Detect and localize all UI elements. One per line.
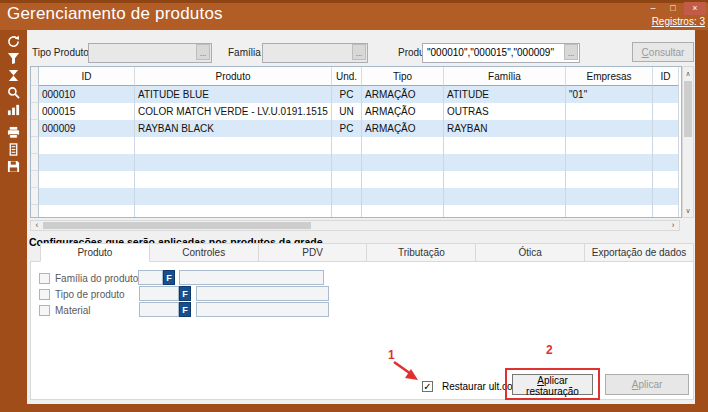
produto-field-wrap: ... xyxy=(422,42,580,62)
cell-familia[interactable]: ATITUDE xyxy=(444,86,566,103)
scroll-left-icon[interactable]: ‹ xyxy=(31,221,43,230)
material-label: Material xyxy=(55,305,91,316)
col-header-produto[interactable]: Produto xyxy=(135,67,332,86)
tipo-de-produto-checkbox[interactable] xyxy=(39,289,50,300)
cell-familia[interactable]: RAYBAN xyxy=(444,120,566,137)
tab-controles[interactable]: Controles xyxy=(150,243,259,262)
familia-do-produto-row: Família do produto xyxy=(39,271,138,285)
save-icon[interactable] xyxy=(0,158,27,175)
cell-tipo[interactable]: ARMAÇÃO xyxy=(362,103,444,120)
app-window: Gerenciamento de produtos – □ × Registro… xyxy=(0,0,708,412)
maximize-button[interactable]: □ xyxy=(664,2,682,15)
cell-id2[interactable] xyxy=(653,120,679,137)
annotation-step-2: 2 xyxy=(546,343,553,357)
col-header-tipo[interactable]: Tipo xyxy=(362,67,444,86)
tab-pdv[interactable]: PDV xyxy=(259,243,368,262)
table-row[interactable]: 000010 ATITUDE BLUE PC ARMAÇÃO ATITUDE "… xyxy=(31,86,681,103)
row-indicator[interactable] xyxy=(31,103,39,120)
vertical-scrollbar[interactable]: ∧ ∨ xyxy=(682,66,694,218)
cell-empresas[interactable] xyxy=(566,103,653,120)
tipo-produto-field-wrap: ... xyxy=(88,42,212,62)
registros-link[interactable]: Registros: 3 xyxy=(652,16,705,27)
close-button[interactable]: × xyxy=(684,2,706,15)
empty-row xyxy=(31,188,681,205)
cell-und[interactable]: PC xyxy=(332,86,362,103)
material-lookup-button[interactable]: F xyxy=(179,302,191,317)
produto-input[interactable] xyxy=(422,43,580,63)
tipo-lookup-button[interactable]: F xyxy=(179,286,191,301)
cell-produto[interactable]: RAYBAN BLACK xyxy=(135,120,332,137)
material-desc-input[interactable] xyxy=(196,302,329,317)
vertical-scroll-thumb[interactable] xyxy=(684,81,692,137)
col-header-empresas[interactable]: Empresas xyxy=(566,67,653,86)
horizontal-scroll-thumb[interactable] xyxy=(43,222,311,229)
horizontal-scrollbar[interactable]: ‹ › xyxy=(30,220,680,231)
tab-otica[interactable]: Ótica xyxy=(476,243,585,262)
row-indicator[interactable] xyxy=(31,120,39,137)
cell-id[interactable]: 000010 xyxy=(39,86,135,103)
row-indicator[interactable] xyxy=(31,86,39,103)
cell-id2[interactable] xyxy=(653,103,679,120)
cell-empresas[interactable]: "01" xyxy=(566,86,653,103)
tipo-desc-input[interactable] xyxy=(196,286,329,301)
col-header-und[interactable]: Und. xyxy=(332,67,362,86)
cell-empresas[interactable] xyxy=(566,120,653,137)
familia-desc-input[interactable] xyxy=(179,270,324,285)
familia-code-input[interactable] xyxy=(138,270,163,285)
minimize-button[interactable]: – xyxy=(644,2,662,15)
filter-icon[interactable] xyxy=(0,50,27,67)
tipo-produto-input[interactable] xyxy=(88,43,212,63)
calculator-icon[interactable] xyxy=(0,141,27,158)
cell-id[interactable]: 000015 xyxy=(39,103,135,120)
scroll-up-icon[interactable]: ∧ xyxy=(683,67,693,80)
material-row: Material xyxy=(39,303,91,317)
annotation-arrow-icon xyxy=(391,360,421,383)
cell-tipo[interactable]: ARMAÇÃO xyxy=(362,86,444,103)
tab-produto[interactable]: Produto xyxy=(40,243,150,262)
material-checkbox[interactable] xyxy=(39,305,50,316)
scroll-right-icon[interactable]: › xyxy=(667,221,679,230)
familia-lookup-button[interactable]: F xyxy=(163,270,175,285)
hourglass-icon[interactable] xyxy=(0,67,27,84)
tab-tributacao[interactable]: Tributação xyxy=(367,243,476,262)
cell-id[interactable]: 000009 xyxy=(39,120,135,137)
material-code-input[interactable] xyxy=(139,302,179,317)
search-icon[interactable] xyxy=(0,84,27,101)
table-row[interactable]: 000015 COLOR MATCH VERDE - LV.U.0191.151… xyxy=(31,103,681,120)
tab-exportacao[interactable]: Exportação de dados xyxy=(585,243,694,262)
main-content: Tipo Produto ... Família ... Produto ...… xyxy=(27,30,695,404)
print-icon[interactable] xyxy=(0,124,27,141)
cell-produto[interactable]: ATITUDE BLUE xyxy=(135,86,332,103)
empty-row xyxy=(31,171,681,188)
refresh-icon[interactable] xyxy=(0,33,27,50)
col-header-familia[interactable]: Família xyxy=(444,67,566,86)
cell-tipo[interactable]: ARMAÇÃO xyxy=(362,120,444,137)
tipo-code-input[interactable] xyxy=(139,286,179,301)
cell-id2[interactable] xyxy=(653,86,679,103)
familia-lookup-icon[interactable]: ... xyxy=(352,44,366,60)
scroll-down-icon[interactable]: ∨ xyxy=(683,204,693,217)
produto-lookup-icon[interactable]: ... xyxy=(564,44,578,60)
tab-panel-produto: Família do produto F Tipo de produto F M… xyxy=(30,261,694,400)
annotation-highlight-rect xyxy=(505,368,600,400)
consultar-button[interactable]: Consultar xyxy=(632,42,694,62)
familia-field-wrap: ... xyxy=(262,42,368,62)
col-header-id2[interactable]: ID xyxy=(653,67,679,86)
tipo-produto-lookup-icon[interactable]: ... xyxy=(196,44,210,60)
familia-do-produto-checkbox[interactable] xyxy=(39,273,50,284)
cell-produto[interactable]: COLOR MATCH VERDE - LV.U.0191.1515 M xyxy=(135,103,332,120)
window-top-border xyxy=(0,0,708,3)
chart-icon[interactable] xyxy=(0,101,27,118)
aplicar-button[interactable]: Aplicar xyxy=(605,374,689,395)
col-header-id[interactable]: ID xyxy=(39,67,135,86)
cell-familia[interactable]: OUTRAS xyxy=(444,103,566,120)
cell-und[interactable]: UN xyxy=(332,103,362,120)
grid-corner-cell xyxy=(31,67,39,86)
table-row[interactable]: 000009 RAYBAN BLACK PC ARMAÇÃO RAYBAN xyxy=(31,120,681,137)
cell-und[interactable]: PC xyxy=(332,120,362,137)
familia-label: Família xyxy=(228,47,261,58)
window-right-border xyxy=(695,30,708,404)
tipo-de-produto-row: Tipo de produto xyxy=(39,287,125,301)
restore-checkbox[interactable]: ✓ xyxy=(422,381,433,392)
left-toolbar xyxy=(0,30,27,404)
